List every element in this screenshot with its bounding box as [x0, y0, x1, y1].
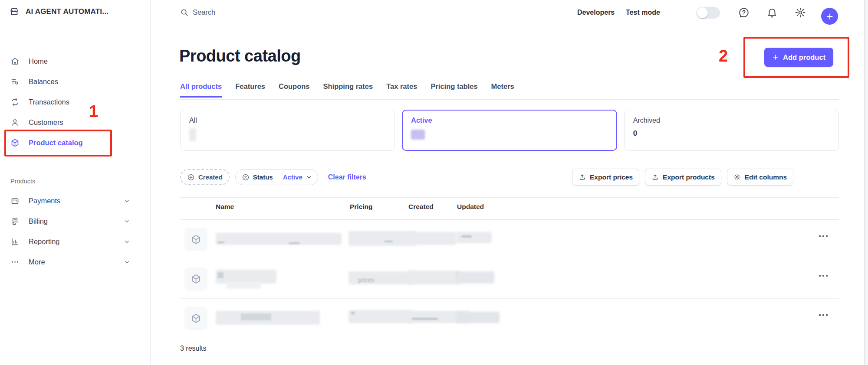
test-mode-toggle[interactable] [697, 7, 720, 19]
clear-filters-link[interactable]: Clear filters [328, 173, 366, 181]
help-icon[interactable] [738, 7, 750, 18]
gear-icon [733, 173, 741, 181]
column-header-updated[interactable]: Updated [457, 203, 484, 211]
row-overflow-button[interactable] [819, 235, 828, 237]
test-mode-label: Test mode [626, 9, 660, 16]
table-top-divider [180, 197, 839, 198]
home-icon [10, 57, 20, 66]
customers-icon [10, 118, 20, 127]
sidebar-item-more[interactable]: More [0, 252, 151, 272]
sidebar-item-billing[interactable]: Billing [0, 211, 151, 231]
table-row[interactable] [180, 220, 839, 259]
tab-meters[interactable]: Meters [491, 82, 514, 98]
add-product-label: Add product [783, 53, 825, 62]
column-header-name[interactable]: Name [216, 203, 234, 211]
annotation-number-2: 2 [719, 47, 728, 65]
table-row[interactable]: prices [180, 259, 839, 299]
export-prices-button[interactable]: Export prices [572, 169, 639, 186]
row-overflow-button[interactable] [819, 275, 828, 277]
account-name: AI AGENT AUTOMATI... [26, 7, 108, 16]
circle-x-icon[interactable] [242, 173, 250, 181]
export-icon [579, 173, 586, 181]
plus-icon [772, 54, 779, 61]
sidebar-item-label: Home [29, 57, 48, 65]
circle-plus-icon [187, 173, 195, 181]
tab-all-products[interactable]: All products [180, 82, 222, 98]
created-filter-label: Created [198, 173, 223, 181]
export-prices-label: Export prices [590, 173, 633, 181]
created-filter-pill[interactable]: Created [180, 169, 230, 185]
create-menu-button[interactable] [821, 8, 838, 25]
summary-cards: All Active Archived 0 [180, 110, 839, 151]
tab-coupons[interactable]: Coupons [279, 82, 310, 98]
filter-card-active[interactable]: Active [402, 110, 617, 151]
sidebar: AI AGENT AUTOMATI... Home Balances Trans… [0, 0, 151, 365]
sidebar-item-home[interactable]: Home [0, 51, 151, 72]
add-product-button[interactable]: Add product [764, 48, 833, 67]
column-header-pricing[interactable]: Pricing [350, 203, 373, 211]
toggle-knob [697, 7, 708, 18]
bar-chart-icon [10, 237, 20, 246]
ellipsis-icon [10, 257, 20, 267]
column-header-created[interactable]: Created [408, 203, 434, 211]
invoice-icon [10, 217, 20, 226]
card-label: All [189, 117, 386, 124]
redacted-updated [456, 271, 494, 284]
redacted-value [411, 130, 425, 140]
bell-icon[interactable] [766, 7, 778, 18]
filter-card-archived[interactable]: Archived 0 [624, 110, 839, 151]
redacted-created [408, 232, 456, 245]
sidebar-item-label: Payments [29, 197, 60, 205]
cube-icon [184, 228, 207, 251]
tab-tax-rates[interactable]: Tax rates [386, 82, 417, 98]
storefront-icon [10, 7, 19, 16]
page-title: Product catalog [179, 47, 301, 65]
sidebar-item-reporting[interactable]: Reporting [0, 231, 151, 252]
sidebar-item-customers[interactable]: Customers [0, 112, 151, 133]
tab-features[interactable]: Features [235, 82, 265, 98]
account-switcher[interactable]: AI AGENT AUTOMATI... [10, 7, 108, 16]
sidebar-item-balances[interactable]: Balances [0, 72, 151, 92]
redacted-updated [456, 312, 500, 323]
scrollbar[interactable] [864, 0, 868, 365]
export-products-button[interactable]: Export products [645, 169, 721, 186]
balances-icon [10, 77, 20, 86]
status-filter-pill[interactable]: Status Active [235, 169, 318, 185]
status-filter-value: Active [283, 173, 302, 181]
search-input[interactable]: Search [180, 8, 215, 16]
developers-link[interactable]: Developers [577, 9, 615, 16]
wallet-icon [10, 196, 20, 205]
redacted-created [408, 270, 460, 284]
cube-icon [184, 307, 207, 330]
sidebar-item-label: Reporting [29, 238, 60, 246]
sidebar-section-label: Products [10, 178, 35, 185]
export-products-label: Export products [663, 173, 715, 181]
card-label: Active [411, 117, 608, 124]
table-actions: Export prices Export products Edit colum… [572, 169, 793, 186]
chevron-down-icon [124, 239, 130, 244]
table-row[interactable] [180, 299, 839, 338]
catalog-tabs: All products Features Coupons Shipping r… [180, 82, 514, 98]
redacted-pricing [349, 310, 413, 323]
cube-icon [10, 138, 20, 147]
edit-columns-button[interactable]: Edit columns [727, 169, 793, 186]
row-overflow-button[interactable] [819, 314, 828, 316]
tab-shipping-rates[interactable]: Shipping rates [323, 82, 373, 98]
search-placeholder: Search [193, 8, 215, 16]
search-icon [180, 8, 188, 16]
chevron-down-icon [124, 198, 130, 204]
card-label: Archived [633, 117, 830, 124]
filter-bar: Created Status Active Clear filters [180, 169, 366, 185]
gear-icon[interactable] [795, 7, 806, 18]
filter-card-all[interactable]: All [180, 110, 395, 151]
redacted-name [216, 233, 342, 245]
sidebar-item-product-catalog[interactable]: Product catalog [0, 133, 151, 153]
chevron-down-icon [124, 259, 130, 265]
sidebar-item-payments[interactable]: Payments [0, 191, 151, 211]
sidebar-item-transactions[interactable]: Transactions [0, 92, 151, 112]
card-value: 0 [633, 129, 830, 138]
pill-divider [278, 173, 278, 181]
tab-pricing-tables[interactable]: Pricing tables [431, 82, 477, 98]
plus-avatar-icon [826, 13, 834, 20]
sidebar-item-label: Transactions [29, 98, 69, 106]
